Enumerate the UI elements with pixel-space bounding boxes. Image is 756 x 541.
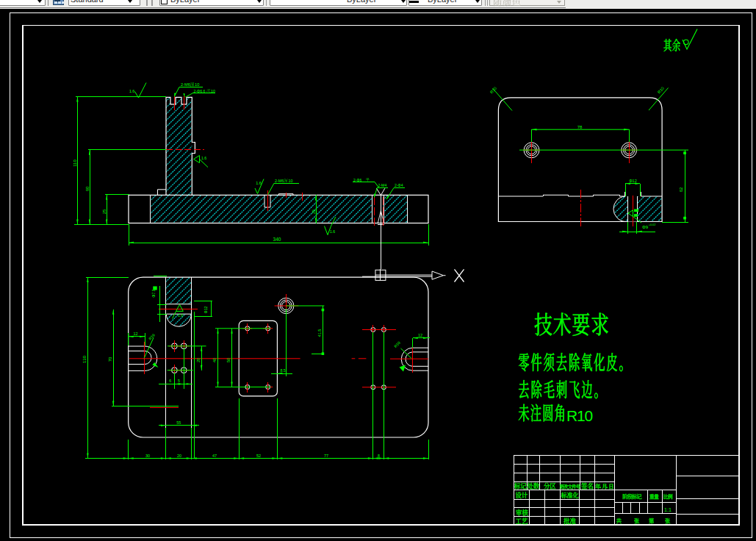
svg-text:20: 20 [177, 454, 181, 458]
svg-text:1:1: 1:1 [664, 506, 672, 513]
svg-text:70: 70 [108, 357, 112, 362]
svg-text:2-M6: 2-M6 [275, 179, 284, 183]
svg-text:Φ12: Φ12 [629, 179, 637, 183]
svg-text:1.6: 1.6 [129, 89, 134, 93]
svg-text:41.5: 41.5 [317, 329, 322, 337]
svg-text:30: 30 [145, 454, 150, 458]
svg-text:62: 62 [679, 187, 683, 192]
svg-text:60: 60 [85, 186, 90, 191]
svg-text:2-M6: 2-M6 [181, 82, 190, 87]
svg-text:1.6: 1.6 [256, 181, 262, 185]
svg-text:1.6: 1.6 [178, 313, 183, 318]
svg-text:10: 10 [211, 89, 215, 93]
svg-text:R10: R10 [489, 86, 497, 95]
svg-text:5: 5 [178, 379, 180, 383]
svg-text:77: 77 [324, 454, 328, 458]
svg-text:R10: R10 [566, 407, 592, 424]
svg-text:1.6: 1.6 [330, 229, 335, 234]
svg-text:2-Φ4: 2-Φ4 [395, 183, 403, 187]
svg-text:8: 8 [378, 454, 380, 458]
svg-text:2-M4: 2-M4 [378, 183, 387, 187]
svg-text:25: 25 [312, 209, 316, 214]
svg-text:R19: R19 [148, 333, 156, 341]
svg-text:Φ7.5: Φ7.5 [151, 289, 156, 297]
svg-text:+0.02: +0.02 [649, 223, 656, 226]
svg-text:R10: R10 [393, 340, 401, 348]
svg-text:55: 55 [176, 420, 181, 425]
svg-text:2-Φ6: 2-Φ6 [353, 178, 361, 182]
svg-text:10: 10 [195, 82, 199, 87]
svg-text:50: 50 [226, 358, 231, 362]
svg-text:12: 12 [133, 332, 137, 336]
svg-text:12: 12 [418, 333, 422, 337]
svg-text:Φ9: Φ9 [642, 225, 649, 229]
svg-text:25: 25 [102, 209, 107, 214]
svg-text:47: 47 [212, 454, 217, 458]
svg-text:52: 52 [256, 454, 261, 458]
svg-text:10: 10 [288, 179, 292, 183]
svg-text:Φ12: Φ12 [204, 306, 208, 313]
svg-text:78: 78 [577, 125, 583, 129]
svg-text:110: 110 [73, 160, 77, 167]
svg-text:2-Φ6.6: 2-Φ6.6 [194, 89, 206, 93]
svg-text:130: 130 [82, 355, 87, 363]
svg-text:6: 6 [169, 379, 171, 383]
svg-text:20: 20 [196, 358, 201, 362]
svg-text:40: 40 [212, 358, 217, 362]
svg-text:340: 340 [273, 237, 281, 242]
svg-text:1.6: 1.6 [201, 156, 206, 160]
svg-text:8.5: 8.5 [280, 368, 285, 373]
